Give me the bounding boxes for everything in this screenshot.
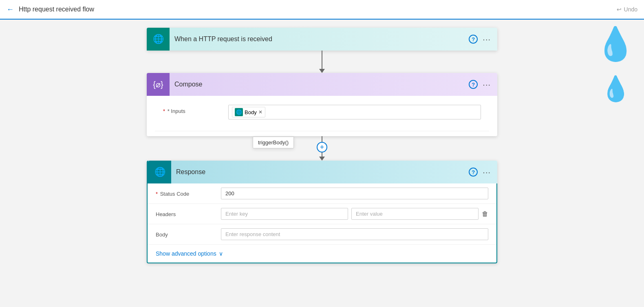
canvas: 💧 💧 🌐 When a HTTP request is received ? … — [0, 20, 644, 307]
required-star: * — [163, 108, 165, 114]
status-code-input[interactable] — [221, 188, 488, 199]
compose-actions: ? ··· — [469, 80, 491, 89]
body-row: Body — [148, 224, 496, 245]
response-actions: ? ··· — [469, 168, 491, 177]
status-required-star: * — [156, 191, 158, 197]
undo-label: Undo — [624, 6, 637, 13]
response-icon-box: 🌐 — [148, 161, 171, 183]
body-label: Body — [156, 228, 213, 238]
tooltip-popup: triggerBody() — [253, 137, 294, 148]
back-arrow-icon: ← — [7, 5, 14, 14]
globe-icon-response: 🌐 — [154, 167, 165, 177]
compose-title: Compose — [170, 81, 469, 88]
show-advanced-label: Show advanced options — [156, 250, 216, 257]
http-trigger-help-button[interactable]: ? — [469, 35, 478, 44]
body-tag-remove-button[interactable]: ✕ — [258, 109, 262, 115]
body-input[interactable] — [221, 228, 488, 240]
response-help-button[interactable]: ? — [469, 168, 478, 177]
status-code-value[interactable] — [221, 188, 488, 199]
body-tag-text: Body — [245, 109, 257, 115]
status-code-label: * Status Code — [156, 188, 213, 197]
http-trigger-actions: ? ··· — [469, 35, 491, 44]
http-trigger-title: When a HTTP request is received — [170, 35, 469, 43]
body-tag-icon: 🌐 — [235, 108, 243, 116]
arrow-line-1 — [322, 51, 322, 69]
headers-row: Headers 🗑 — [148, 204, 496, 224]
http-trigger-card: 🌐 When a HTTP request is received ? ··· — [147, 28, 497, 51]
status-code-row: * Status Code — [148, 183, 496, 204]
show-advanced-options[interactable]: Show advanced options ∨ — [148, 245, 496, 263]
drop-large-icon: 💧 — [595, 28, 636, 60]
curly-brace-icon: {⌀} — [153, 80, 163, 89]
compose-inputs-value: 🌐 Body ✕ triggerBody() — [228, 105, 481, 127]
headers-label: Headers — [156, 208, 213, 217]
response-body: * Status Code Headers 🗑 — [147, 183, 497, 263]
http-trigger-header: 🌐 When a HTTP request is received ? ··· — [147, 28, 497, 51]
plus-connector: + — [317, 136, 327, 161]
watermark-drops: 💧 💧 — [595, 28, 636, 101]
connector-line-bottom — [322, 152, 322, 157]
compose-card: {⌀} Compose ? ··· * * Inputs — [147, 73, 497, 136]
connector-1 — [319, 51, 325, 73]
http-trigger-icon-box: 🌐 — [147, 28, 170, 51]
response-more-button[interactable]: ··· — [483, 168, 491, 177]
http-trigger-more-button[interactable]: ··· — [483, 35, 491, 44]
flow-area: 🌐 When a HTTP request is received ? ··· … — [139, 28, 505, 263]
headers-value: 🗑 — [221, 208, 488, 220]
add-step-button[interactable]: + — [317, 142, 327, 152]
chevron-down-icon: ∨ — [219, 250, 223, 257]
headers-value-input[interactable] — [351, 208, 479, 220]
headers-key-input[interactable] — [221, 208, 348, 220]
undo-button[interactable]: ↩ Undo — [617, 6, 637, 13]
compose-help-button[interactable]: ? — [469, 80, 478, 89]
compose-tag-input[interactable]: 🌐 Body ✕ — [228, 105, 481, 119]
headers-delete-button[interactable]: 🗑 — [482, 210, 488, 218]
compose-header: {⌀} Compose ? ··· — [147, 73, 497, 96]
undo-icon: ↩ — [617, 6, 622, 13]
body-tag-globe: 🌐 — [236, 109, 242, 115]
connector-line-top — [322, 136, 322, 142]
response-header: 🌐 Response ? ··· — [147, 161, 497, 183]
back-button[interactable]: ← — [7, 5, 14, 14]
response-card: 🌐 Response ? ··· * Status Code — [147, 161, 497, 263]
compose-body: * * Inputs 🌐 Body ✕ — [147, 96, 497, 136]
compose-icon-box: {⌀} — [147, 73, 170, 96]
globe-icon-http: 🌐 — [153, 34, 164, 44]
response-title: Response — [171, 168, 469, 176]
drop-medium-icon: 💧 — [600, 77, 631, 101]
body-tag: 🌐 Body ✕ — [232, 107, 265, 117]
compose-more-button[interactable]: ··· — [483, 80, 491, 89]
body-field-value[interactable] — [221, 228, 488, 240]
arrow-head-1 — [319, 69, 325, 73]
arrow-head-2 — [319, 157, 325, 161]
compose-inputs-label: * * Inputs — [163, 105, 220, 114]
top-bar: ← Http request received flow ↩ Undo — [0, 0, 644, 20]
page-title: Http request received flow — [19, 6, 94, 13]
compose-inputs-row: * * Inputs 🌐 Body ✕ — [155, 101, 489, 131]
